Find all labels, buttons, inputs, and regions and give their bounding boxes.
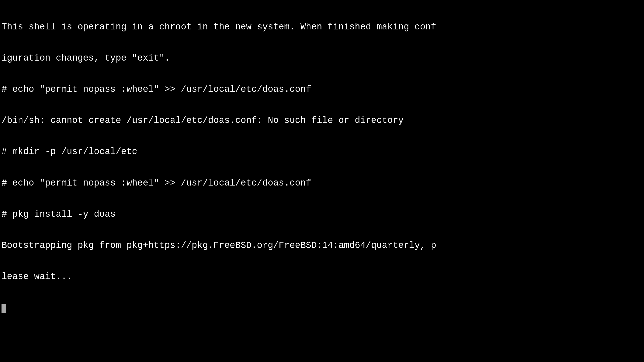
terminal-line-4: /bin/sh: cannot create /usr/local/etc/do… bbox=[2, 115, 436, 126]
terminal-line-empty bbox=[2, 334, 436, 344]
terminal-line-8: Bootstrapping pkg from pkg+https://pkg.F… bbox=[2, 240, 436, 251]
terminal-line-cursor bbox=[2, 303, 436, 313]
terminal-line-7: # pkg install -y doas bbox=[2, 209, 436, 219]
terminal-line-9: lease wait... bbox=[2, 272, 436, 282]
terminal-line-2: iguration changes, type "exit". bbox=[2, 53, 436, 63]
block-cursor bbox=[2, 304, 6, 313]
terminal-output: This shell is operating in a chroot in t… bbox=[0, 0, 438, 362]
terminal-window[interactable]: This shell is operating in a chroot in t… bbox=[0, 0, 644, 362]
terminal-line-5: # mkdir -p /usr/local/etc bbox=[2, 147, 436, 157]
terminal-line-1: This shell is operating in a chroot in t… bbox=[2, 22, 436, 32]
terminal-line-6: # echo "permit nopass :wheel" >> /usr/lo… bbox=[2, 178, 436, 188]
terminal-line-3: # echo "permit nopass :wheel" >> /usr/lo… bbox=[2, 84, 436, 95]
